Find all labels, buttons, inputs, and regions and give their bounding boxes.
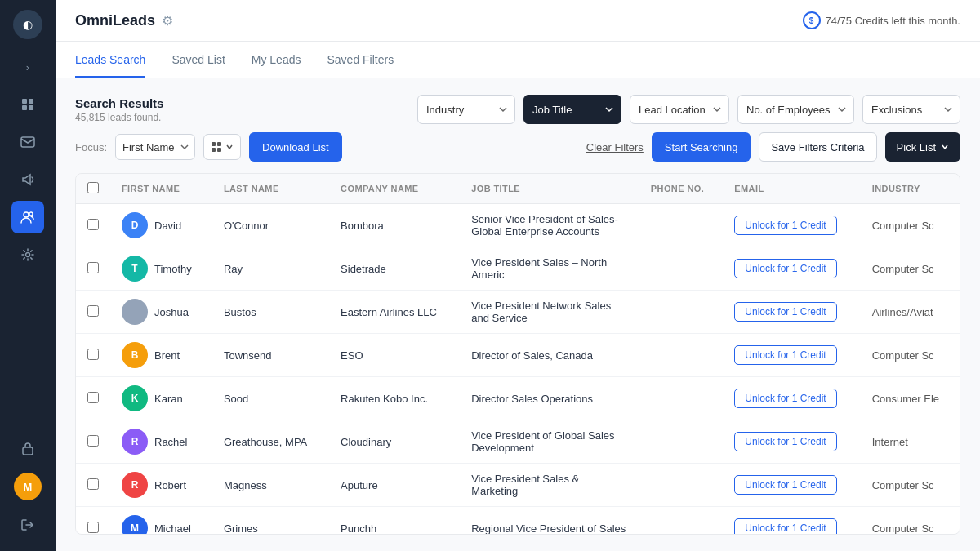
credits-badge: $ 74/75 Credits left this month.	[803, 11, 960, 29]
svg-rect-3	[29, 105, 33, 110]
company-cell: Eastern Airlines LLC	[329, 291, 460, 334]
users-icon	[20, 210, 35, 224]
col-last-name: LAST NAME	[212, 174, 329, 204]
employees-filter[interactable]: No. of Employees	[737, 95, 854, 124]
unlock-email-button[interactable]: Unlock for 1 Credit	[734, 259, 836, 278]
first-name-cell: R Robert	[110, 464, 212, 507]
unlock-email-button[interactable]: Unlock for 1 Credit	[734, 432, 836, 451]
tab-my-leads[interactable]: My Leads	[252, 42, 301, 78]
row-checkbox[interactable]	[87, 478, 99, 490]
email-cell: Unlock for 1 Credit	[723, 377, 860, 420]
svg-rect-2	[22, 105, 27, 110]
company-cell: Bombora	[329, 204, 460, 247]
unlock-email-button[interactable]: Unlock for 1 Credit	[734, 389, 836, 408]
sidebar-item-megaphone[interactable]	[11, 163, 44, 196]
table-row: K Karan Sood Rakuten Kobo Inc. Director …	[76, 377, 960, 420]
save-filters-button[interactable]: Save Filters Criteria	[759, 132, 876, 162]
col-job-title: JOB TITLE	[460, 174, 639, 204]
col-email: EMAIL	[723, 174, 860, 204]
industry-cell: Computer Sc	[861, 507, 960, 535]
avatar: D	[122, 212, 148, 238]
unlock-email-button[interactable]: Unlock for 1 Credit	[734, 518, 836, 535]
sidebar-item-mail[interactable]	[11, 126, 44, 158]
tab-leads-search[interactable]: Leads Search	[75, 42, 145, 78]
unlock-email-button[interactable]: Unlock for 1 Credit	[734, 345, 836, 365]
row-checkbox[interactable]	[87, 349, 99, 360]
search-results-info: Search Results 45,815 leads found.	[75, 96, 409, 123]
lead-location-filter[interactable]: Lead Location	[630, 95, 729, 124]
sidebar-item-settings[interactable]	[11, 238, 44, 271]
header: OmniLeads ⚙ $ 74/75 Credits left this mo…	[56, 0, 980, 42]
first-name-cell: D David	[110, 204, 212, 247]
table-row: B Brent Townsend ESO Director of Sales, …	[76, 334, 960, 377]
app-title: OmniLeads	[75, 12, 155, 29]
industry-cell: Computer Sc	[861, 464, 960, 507]
table-row: R Robert Magness Aputure Vice President …	[76, 464, 960, 507]
avatar: K	[122, 385, 148, 411]
focus-select[interactable]: First Name	[115, 134, 195, 160]
phone-cell	[639, 377, 724, 420]
header-left: OmniLeads ⚙	[75, 12, 173, 29]
phone-cell	[639, 334, 724, 377]
company-cell: Aputure	[329, 464, 460, 507]
pick-list-button[interactable]: Pick List	[885, 132, 960, 162]
grid-view-icon	[211, 141, 222, 153]
first-name: David	[154, 220, 181, 232]
sidebar-item-toggle2[interactable]: ›	[11, 51, 44, 83]
chevron-right-icon: ›	[26, 61, 29, 73]
credits-text: 74/75 Credits left this month.	[826, 15, 960, 27]
select-all-checkbox[interactable]	[87, 182, 99, 193]
job-title-filter[interactable]: Job Title	[523, 95, 621, 124]
svg-rect-4	[21, 137, 34, 147]
first-name: Michael	[154, 522, 191, 535]
start-searching-button[interactable]: Start Searching	[652, 132, 751, 162]
industry-cell: Computer Sc	[861, 204, 960, 247]
row-checkbox[interactable]	[87, 262, 99, 273]
unlock-email-button[interactable]: Unlock for 1 Credit	[734, 302, 836, 322]
email-cell: Unlock for 1 Credit	[723, 507, 860, 535]
job-title-cell: Director Sales Operations	[460, 377, 639, 420]
row-checkbox[interactable]	[87, 219, 99, 230]
sidebar-item-users[interactable]	[11, 201, 44, 233]
exclusions-filter[interactable]: Exclusions	[862, 95, 960, 124]
row-checkbox-cell	[76, 507, 110, 535]
row-checkbox[interactable]	[87, 522, 99, 533]
job-title-cell: Vice President Sales & Marketing	[460, 464, 639, 507]
clear-filters-link[interactable]: Clear Filters	[586, 141, 644, 153]
download-list-button[interactable]: Download List	[249, 132, 342, 162]
sidebar-item-dashboard[interactable]	[11, 88, 44, 121]
settings-icon[interactable]: ⚙	[162, 13, 173, 29]
tab-saved-list[interactable]: Saved List	[172, 42, 225, 78]
table-row: Joshua Bustos Eastern Airlines LLC Vice …	[76, 291, 960, 334]
sidebar-item-logout[interactable]	[11, 509, 44, 541]
row-checkbox[interactable]	[87, 435, 99, 447]
industry-cell: Consumer Ele	[861, 377, 960, 420]
user-avatar[interactable]: M	[14, 473, 42, 500]
first-name: Joshua	[154, 306, 189, 318]
unlock-email-button[interactable]: Unlock for 1 Credit	[734, 216, 836, 235]
industry-cell: Computer Sc	[861, 247, 960, 291]
company-cell: Sidetrade	[329, 247, 460, 291]
sidebar-toggle[interactable]: ◐	[13, 10, 42, 39]
unlock-email-button[interactable]: Unlock for 1 Credit	[734, 475, 836, 495]
table-row: T Timothy Ray Sidetrade Vice President S…	[76, 247, 960, 291]
company-cell: Rakuten Kobo Inc.	[329, 377, 460, 420]
phone-cell	[639, 291, 724, 334]
svg-rect-9	[212, 142, 216, 146]
tab-saved-filters[interactable]: Saved Filters	[327, 42, 394, 78]
row-checkbox[interactable]	[87, 305, 99, 317]
first-name-cell: T Timothy	[110, 247, 212, 291]
row-checkbox-cell	[76, 204, 110, 247]
sidebar-item-lock[interactable]	[11, 432, 44, 464]
first-name-cell: R Rachel	[110, 420, 212, 464]
row-checkbox[interactable]	[87, 392, 99, 403]
table-row: R Rachel Greathouse, MPA Cloudinary Vice…	[76, 420, 960, 464]
svg-point-6	[29, 212, 33, 216]
first-name: Brent	[154, 349, 180, 362]
avatar	[122, 299, 148, 325]
job-title-cell: Vice President Sales – North Americ	[460, 247, 639, 291]
industry-cell: Airlines/Aviat	[861, 291, 960, 334]
industry-filter[interactable]: Industry	[417, 95, 515, 124]
filter-row: Search Results 45,815 leads found. Indus…	[75, 95, 960, 124]
view-toggle[interactable]	[203, 134, 241, 160]
